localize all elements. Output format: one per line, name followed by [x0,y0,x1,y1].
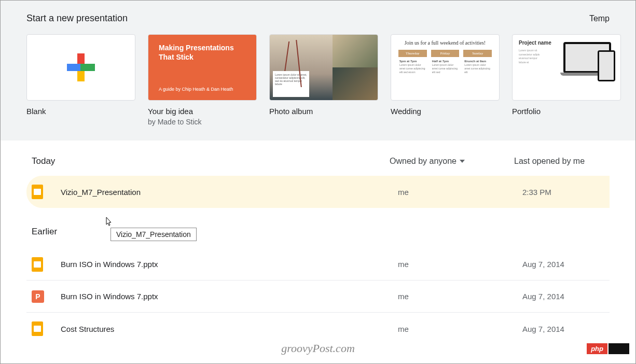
template-gallery-link[interactable]: Temp [589,14,610,23]
file-owner: me [398,260,522,269]
file-date: Aug 7, 2014 [522,325,564,333]
file-row[interactable]: P Burn ISO in Windows 7.pptx me Aug 7, 2… [26,281,610,313]
owner-filter-dropdown[interactable]: Owned by anyone [390,157,514,166]
files-header: Today Owned by anyone Last opened by me [26,151,610,176]
files-section: Today Owned by anyone Last opened by me … [1,141,635,345]
template-name: Blank [26,107,135,116]
template-name: Photo album [269,107,378,116]
slides-icon [32,257,43,272]
file-row[interactable]: Cost Structures me Aug 7, 2014 [26,313,610,345]
slides-icon [32,321,43,336]
group-label-today: Today [26,156,390,166]
file-date: Aug 7, 2014 [522,260,564,269]
file-name: Burn ISO in Windows 7.pptx [61,292,398,301]
file-date: 2:33 PM [522,188,551,197]
template-subtitle: by Made to Stick [148,118,257,126]
file-row[interactable]: Burn ISO in Windows 7.pptx me Aug 7, 201… [26,248,610,281]
template-wedding[interactable]: Join us for a full weekend of activities… [391,34,500,126]
file-row[interactable]: Vizio_M7_Presentation me 2:33 PM [26,176,610,208]
template-gallery: Start a new presentation Temp Blank Maki… [1,1,635,141]
template-photo-album[interactable]: Lorem ipsum dolor sit amet, consectetur … [269,34,378,126]
template-blank[interactable]: Blank [26,34,135,126]
sort-column[interactable]: Last opened by me [514,157,585,166]
template-big-idea[interactable]: Making Presentations That StickA guide b… [148,34,257,126]
chevron-down-icon [460,160,465,163]
file-name: Vizio_M7_Presentation [61,188,398,197]
file-date: Aug 7, 2014 [522,292,564,301]
template-name: Wedding [391,107,500,116]
file-name: Burn ISO in Windows 7.pptx [61,260,398,269]
file-owner: me [398,188,522,197]
powerpoint-icon: P [32,290,44,303]
slides-icon [32,185,43,199]
template-name: Your big idea [148,107,257,116]
template-name: Portfolio [512,107,621,116]
file-owner: me [398,325,522,333]
tooltip: Vizio_M7_Presentation [110,228,197,241]
plus-icon [67,53,95,81]
template-section-title: Start a new presentation [26,13,128,24]
php-badge: php [587,343,629,354]
file-name: Cost Structures [61,325,398,333]
template-portfolio[interactable]: Project nameLorem ipsum sitconsectetur a… [512,34,621,126]
file-owner: me [398,292,522,301]
watermark: groovyPost.com [281,342,355,355]
